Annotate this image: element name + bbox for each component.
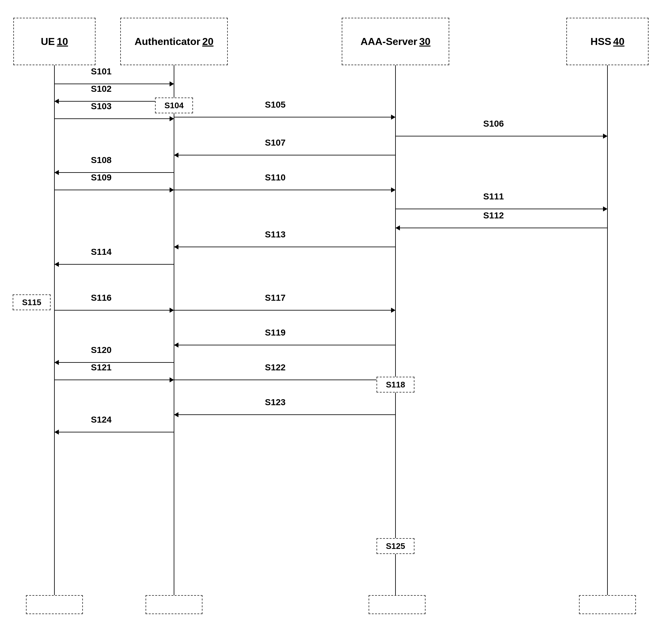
svg-text:S109: S109 [91,172,111,182]
svg-marker-53 [54,360,59,365]
svg-marker-20 [174,153,178,158]
svg-marker-50 [174,343,178,348]
svg-text:S114: S114 [91,247,112,257]
svg-marker-11 [170,116,174,121]
svg-text:S120: S120 [91,345,111,355]
svg-marker-47 [391,308,395,313]
svg-marker-62 [174,412,178,417]
svg-marker-26 [170,187,174,192]
bottom-box-auth-bottom [146,595,202,614]
svg-text:S103: S103 [91,101,111,111]
arrows-svg: S101S102S103S105S106S107S108S109S110S111… [0,0,672,629]
svg-marker-41 [54,262,59,267]
step-box-s104: S104 [155,97,193,113]
entity-auth: Authenticator 20 [120,18,228,65]
bottom-box-ue-bottom [26,595,83,614]
svg-marker-32 [603,206,607,211]
svg-text:S112: S112 [483,210,504,220]
svg-text:S101: S101 [91,67,111,76]
svg-marker-23 [54,170,59,175]
svg-marker-29 [391,187,395,192]
entity-hss: HSS 40 [566,18,649,65]
svg-marker-35 [395,225,400,230]
svg-text:S105: S105 [265,100,285,110]
svg-marker-8 [54,99,59,104]
svg-text:S107: S107 [265,138,285,147]
svg-marker-14 [391,115,395,120]
svg-marker-65 [54,429,59,435]
svg-text:S102: S102 [91,84,111,94]
svg-marker-5 [170,81,174,87]
sequence-diagram: S101S102S103S105S106S107S108S109S110S111… [0,0,672,629]
entity-ue: UE 10 [13,18,96,65]
bottom-box-aaa-bottom [368,595,426,614]
svg-text:S106: S106 [483,119,504,129]
svg-text:S116: S116 [91,293,111,303]
step-box-s118: S118 [377,377,414,393]
entity-aaa: AAA-Server 30 [342,18,449,65]
svg-text:S124: S124 [91,415,112,424]
svg-text:S113: S113 [265,230,285,239]
svg-text:S110: S110 [265,172,285,182]
svg-text:S119: S119 [265,328,285,337]
svg-text:S121: S121 [91,363,111,372]
step-box-s125: S125 [377,538,414,554]
svg-marker-56 [170,377,174,382]
svg-text:S108: S108 [91,155,111,165]
svg-marker-44 [170,308,174,313]
bottom-box-hss-bottom [579,595,636,614]
svg-marker-17 [603,134,607,139]
svg-text:S123: S123 [265,397,285,407]
svg-marker-38 [174,244,178,250]
svg-text:S122: S122 [265,363,285,372]
svg-text:S111: S111 [483,191,504,201]
step-box-s115: S115 [13,295,51,310]
svg-text:S117: S117 [265,293,285,303]
